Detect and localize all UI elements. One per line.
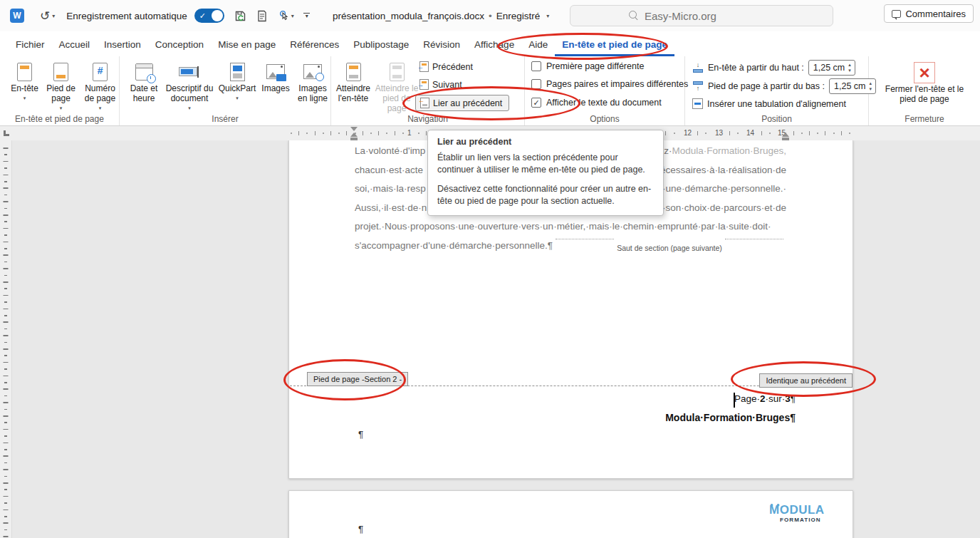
checkbox[interactable]	[531, 79, 541, 89]
ruler-tick	[4, 443, 9, 444]
sur-word: ·sur·	[765, 393, 785, 404]
option-row[interactable]: Pages paires et impaires différentes	[531, 79, 688, 89]
document-info-button[interactable]: Descriptif du document ▾	[164, 60, 215, 113]
online-images-button[interactable]: Images en ligne	[295, 60, 330, 103]
section-break-label: Saut de section (page suivante)	[617, 239, 722, 255]
document-line: s'accompagner·d'une·démarche·personnelle…	[355, 239, 786, 258]
checkbox-label: Afficher le texte du document	[546, 98, 662, 108]
toolbar-overflow-button[interactable]: ▾	[303, 13, 311, 19]
tab-conception[interactable]: Conception	[148, 33, 211, 56]
header-from-top-label: En-tête à partir du haut :	[708, 63, 804, 73]
tab-r-f-rences[interactable]: Références	[283, 33, 346, 56]
ribbon-group-insert: Date et heure Descriptif du document ▾ Q…	[120, 56, 331, 125]
chevron-down-icon: ▾	[99, 103, 102, 113]
print-preview-button[interactable]	[256, 10, 268, 22]
print-preview-icon	[256, 10, 268, 22]
ruler-tick	[395, 131, 395, 135]
header-button[interactable]: En-tête ▾	[9, 60, 41, 103]
comments-button[interactable]: Commentaires	[884, 4, 974, 23]
ruler-tick	[4, 214, 9, 216]
page-total-field: 3	[785, 393, 791, 404]
ribbon-group-close: × Fermer l'en-tête et le pied de page Fe…	[869, 56, 980, 125]
ruler-tick	[4, 295, 9, 296]
header-from-top-spinner[interactable]: 1,25 cm ▴▾	[808, 60, 855, 76]
document-title[interactable]: présentation_modula_françois.docx • Enre…	[333, 11, 549, 21]
first-line-indent-marker[interactable]	[350, 127, 358, 131]
quickpart-button[interactable]: QuickPart ▾	[218, 60, 256, 103]
online-images-icon	[303, 64, 322, 79]
logo-dots: ● ●	[770, 499, 781, 512]
ruler-tick	[306, 133, 308, 134]
save-button[interactable]	[234, 10, 246, 22]
ruler-tick	[4, 161, 9, 162]
spin-down-icon[interactable]: ▾	[848, 68, 851, 73]
tab-mise-en-page[interactable]: Mise en page	[211, 33, 283, 56]
checkbox[interactable]: ✓	[531, 98, 541, 108]
tab-fichier[interactable]: Fichier	[9, 33, 52, 56]
ruler-tick	[4, 355, 7, 356]
ruler-tick	[338, 133, 340, 134]
footer-icon	[53, 63, 68, 81]
touch-mode-button[interactable]: ▾	[278, 10, 294, 22]
tab-stop-icon	[4, 130, 9, 136]
search-input[interactable]	[645, 10, 801, 22]
ruler-tick	[4, 221, 7, 222]
ruler-tick	[801, 133, 803, 134]
tab-accueil[interactable]: Accueil	[52, 33, 98, 56]
ruler-tick	[4, 509, 9, 511]
tab-aide[interactable]: Aide	[521, 33, 555, 56]
spin-up-icon[interactable]: ▴	[848, 62, 851, 68]
ruler-tick	[4, 476, 7, 477]
vertical-ruler[interactable]	[0, 140, 12, 538]
goto-header-button[interactable]: Atteindre l'en-tête	[335, 60, 372, 103]
search-box[interactable]	[570, 5, 833, 26]
page-number-button[interactable]: # Numéro de page ▾	[81, 60, 119, 113]
footer-button[interactable]: Pied de page ▾	[43, 60, 78, 113]
ruler-number: 1	[407, 129, 412, 137]
tab-r-vision[interactable]: Révision	[416, 33, 467, 56]
tab-affichage[interactable]: Affichage	[467, 33, 521, 56]
date-time-button[interactable]: Date et heure	[127, 60, 161, 103]
previous-button[interactable]: ← Précédent	[419, 61, 473, 72]
checkbox[interactable]	[531, 61, 541, 71]
ruler-tick	[4, 201, 9, 202]
footer-from-bottom-icon: ↑	[692, 81, 704, 92]
page-number-icon: #	[93, 63, 108, 81]
tab-selector[interactable]	[1, 128, 11, 139]
tab-publipostage[interactable]: Publipostage	[346, 33, 416, 56]
line-text-left: Aussi,·il·est·de·n	[355, 201, 427, 215]
header-icon	[17, 63, 32, 81]
tooltip-title: Lier au précédent	[437, 137, 654, 147]
next-label: Suivant	[432, 80, 462, 90]
ruler-tick	[4, 315, 7, 316]
goto-footer-button[interactable]: Atteindre le pied de page	[374, 60, 419, 113]
page-number-line[interactable]: Page·2·sur·3¶	[734, 393, 796, 404]
right-indent-marker[interactable]	[782, 133, 789, 137]
document-info-label: Descriptif du document	[164, 83, 215, 103]
previous-icon: ←	[419, 61, 429, 72]
alignment-tab-button[interactable]: Insérer une tabulation d'alignement	[692, 98, 846, 109]
line-text: projet.·Nous·proposons·une·ouverture·ver…	[355, 219, 771, 234]
autosave-toggle[interactable]: ✓	[194, 9, 224, 23]
next-button[interactable]: → Suivant	[419, 79, 462, 90]
date-time-label: Date et heure	[127, 83, 161, 103]
images-button[interactable]: Images	[259, 60, 292, 93]
pilcrow-mark: ¶	[358, 524, 363, 534]
page-2[interactable]: ● ●MODULA FORMATION ¶	[288, 490, 853, 538]
tab-en-t-te-et-pied-de-page[interactable]: En-tête et pied de page	[555, 33, 674, 56]
group-label-position: Position	[685, 114, 868, 124]
link-to-previous-button[interactable]: ← Lier au précédent	[415, 95, 509, 111]
ruler-tick	[4, 496, 9, 497]
option-row[interactable]: ✓Afficher le texte du document	[531, 98, 662, 108]
ruler-number: 14	[746, 129, 754, 137]
hanging-indent-marker[interactable]	[350, 133, 358, 137]
company-name: Modula·Formation·Bruges	[665, 412, 790, 423]
group-label-header-footer: En-tête et pied de page	[0, 114, 119, 124]
close-header-footer-button[interactable]: × Fermer l'en-tête et le pied de page	[882, 61, 967, 104]
ruler-tick	[4, 228, 9, 229]
ruler-tick	[4, 368, 7, 370]
footer-company-line[interactable]: Modula·Formation·Bruges¶	[665, 412, 796, 423]
option-row[interactable]: Première page différente	[531, 61, 644, 71]
tab-insertion[interactable]: Insertion	[97, 33, 148, 56]
undo-button[interactable]: ↺ ▾	[40, 9, 55, 24]
